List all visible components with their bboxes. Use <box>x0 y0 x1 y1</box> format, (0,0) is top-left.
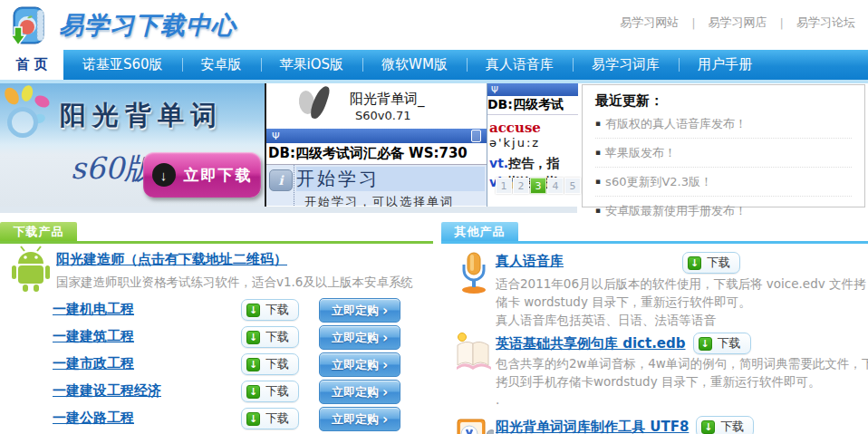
pager-dot-3-active[interactable]: 3 <box>530 178 546 194</box>
phone-screenshot-main: 阳光背单词_ S60v0.71 Ψ DB:四级考试词汇必备 WS:730 i 开… <box>265 83 487 207</box>
open-book-icon <box>454 331 494 372</box>
tab-other-products[interactable]: 其他产品 <box>441 222 518 241</box>
update-item: ▪s60更新到V2.3版！ <box>595 168 852 197</box>
menu-hint: 开始学习，可以选择单词 <box>304 194 454 207</box>
banner-pagination: 1 2 3 4 5 <box>496 178 581 194</box>
blue-rule <box>441 241 868 244</box>
item-head: 英语基础共享例句库 dict.edb ↓下载 <box>496 333 751 354</box>
download-label: 下载 <box>265 356 289 372</box>
banner: 阳光背单词 s60版 ↓ 立即下载 阳光背单词_ S60v0.71 Ψ <box>0 83 868 213</box>
order-button[interactable]: 立即定购› <box>319 352 400 377</box>
nav-home[interactable]: 首 页 <box>0 50 63 80</box>
pager-dot-5[interactable]: 5 <box>564 178 581 194</box>
product-link[interactable]: 一建公路工程 <box>53 410 134 427</box>
nav-ios[interactable]: 苹果iOS版 <box>261 50 363 80</box>
dict-tool-icon <box>454 414 494 434</box>
order-button[interactable]: 立即定购› <box>319 407 400 431</box>
app-version: S60v0.71 <box>355 109 410 122</box>
backpack-download-icon <box>7 3 53 48</box>
nav-dict-lib[interactable]: 易学习词库 <box>573 50 679 80</box>
phone2-db-line: DB:四级考试 <box>487 96 578 115</box>
nav-voice-lib[interactable]: 真人语音库 <box>467 50 573 80</box>
download-arrow-icon: ↓ <box>246 385 260 399</box>
banner-image: 阳光背单词 s60版 ↓ 立即下载 阳光背单词_ S60v0.71 Ψ <box>0 83 577 213</box>
signal-icon: Ψ <box>272 130 280 142</box>
download-button[interactable]: ↓下载 <box>696 416 754 434</box>
chevron-right-icon: › <box>382 411 388 428</box>
green-rule <box>0 241 433 244</box>
nav-wm[interactable]: 微软WM版 <box>362 50 467 80</box>
product-link[interactable]: 一建机电工程 <box>53 301 134 318</box>
nav-nokia-s60[interactable]: 诺基亚S60版 <box>63 50 182 80</box>
product-row: 一建建设工程经济 ↓下载 立即定购› <box>0 378 433 405</box>
updates-title: 最近更新： <box>595 92 852 110</box>
download-arrow-icon: ↓ <box>688 256 701 270</box>
update-text: s60更新到V2.3版！ <box>605 175 712 188</box>
chevron-right-icon: › <box>382 357 388 373</box>
phone1-statusbar: Ψ <box>266 129 487 143</box>
app-name: 阳光背单词_ <box>350 91 425 108</box>
update-item: ▪苹果版发布！ <box>595 139 852 168</box>
nav-manual[interactable]: 用户手册 <box>679 50 771 80</box>
promo-title: 阳光背单词 <box>60 98 223 134</box>
link-forum[interactable]: 易学习论坛 <box>796 14 855 31</box>
product-row: 一建市政工程 ↓下载 立即定购› <box>0 351 433 378</box>
link-separator: | <box>691 16 695 30</box>
example-db-link[interactable]: 英语基础共享例句库 dict.edb <box>496 335 686 352</box>
download-button[interactable]: ↓下载 <box>241 353 299 375</box>
product-link[interactable]: 一建建筑工程 <box>53 328 134 345</box>
bullet-icon: ▪ <box>595 177 601 186</box>
order-label: 立即定购 <box>332 330 379 346</box>
site-logo[interactable]: 易学习下载中心 <box>7 3 236 48</box>
phone2-statusbar: Ψ <box>487 83 578 96</box>
product-link[interactable]: 一建市政工程 <box>53 355 134 372</box>
product-row: 一建建筑工程 ↓下载 立即定购› <box>0 323 433 351</box>
promo-download-button[interactable]: ↓ 立即下载 <box>143 152 261 198</box>
voice-lib-link[interactable]: 真人语音库 <box>496 253 564 270</box>
product-link[interactable]: 一建建设工程经济 <box>53 382 161 400</box>
other-products-section: 其他产品 真人语音库 ↓下载 适合2011年06月以后版本的软件使用，下载后将 … <box>441 220 868 434</box>
order-button[interactable]: 立即定购› <box>319 325 400 350</box>
desc-line: 拷贝到手机存储卡wordstudy 目录下，重新运行软件即可。 <box>496 372 868 391</box>
chevron-right-icon: › <box>382 330 388 346</box>
menu-selected-item: 开始学习 <box>296 167 485 191</box>
download-label: 下载 <box>265 383 289 400</box>
pager-dot-2[interactable]: 2 <box>513 178 529 194</box>
update-text: 苹果版发布！ <box>605 146 676 159</box>
link-website[interactable]: 易学习网站 <box>620 14 679 31</box>
battery-icon <box>471 130 481 142</box>
desc-line: 储卡 wordstudy 目录下，重新运行软件即可。 <box>496 293 866 311</box>
download-arrow-icon: ↓ <box>152 163 176 187</box>
order-button[interactable]: 立即定购› <box>319 298 400 323</box>
download-button[interactable]: ↓下载 <box>693 333 751 354</box>
link-store[interactable]: 易学习网店 <box>709 14 767 31</box>
microphone-icon <box>454 251 494 294</box>
item-head: 真人语音库 <box>496 253 564 270</box>
pager-dot-1[interactable]: 1 <box>496 178 512 194</box>
phone1-db-line: DB:四级考试词汇必备 WS:730 <box>266 143 487 165</box>
download-label: 下载 <box>718 335 741 352</box>
order-label: 立即定购 <box>332 303 379 319</box>
bullet-icon: ▪ <box>595 148 601 157</box>
download-button[interactable]: ↓下载 <box>241 299 299 321</box>
download-button[interactable]: ↓下载 <box>241 381 299 402</box>
nav-android[interactable]: 安卓版 <box>182 50 261 80</box>
product-rows: 一建机电工程 ↓下载 立即定购› 一建建筑工程 ↓下载 立即定购› 一建市政工程… <box>0 296 433 432</box>
dict-tool-link[interactable]: 阳光背单词词库制作工具 UTF8 <box>496 419 689 434</box>
phone1-menu: i 开始学习 开始学习，可以选择单词 <box>266 165 487 206</box>
order-button[interactable]: 立即定购› <box>319 380 400 404</box>
recent-updates-panel: 最近更新： ▪有版权的真人语音库发布！ ▪苹果版发布！ ▪s60更新到V2.3版… <box>582 84 865 207</box>
tab-download-products[interactable]: 下载产品 <box>0 222 77 241</box>
download-button[interactable]: ↓下载 <box>241 326 299 348</box>
promo-edition: s60版 <box>71 149 154 189</box>
item-desc: 包含共享的约2w单词音标，4w单词的例句，简明词典需要此文件，下 拷贝到手机存储… <box>496 354 868 409</box>
download-button[interactable]: ↓下载 <box>241 408 299 429</box>
desc-line: 包含共享的约2w单词音标，4w单词的例句，简明词典需要此文件，下 <box>496 354 868 372</box>
main-nav: 首 页 诺基亚S60版 安卓版 苹果iOS版 微软WM版 真人语音库 易学习词库… <box>0 50 868 80</box>
download-arrow-icon: ↓ <box>246 304 260 317</box>
pager-dot-4[interactable]: 4 <box>547 178 564 194</box>
download-arrow-icon: ↓ <box>246 358 260 371</box>
download-button[interactable]: ↓下载 <box>682 252 740 274</box>
product-title-link[interactable]: 阳光建造师（点击有下载地址二维码） <box>56 251 287 268</box>
download-arrow-icon: ↓ <box>699 337 712 351</box>
